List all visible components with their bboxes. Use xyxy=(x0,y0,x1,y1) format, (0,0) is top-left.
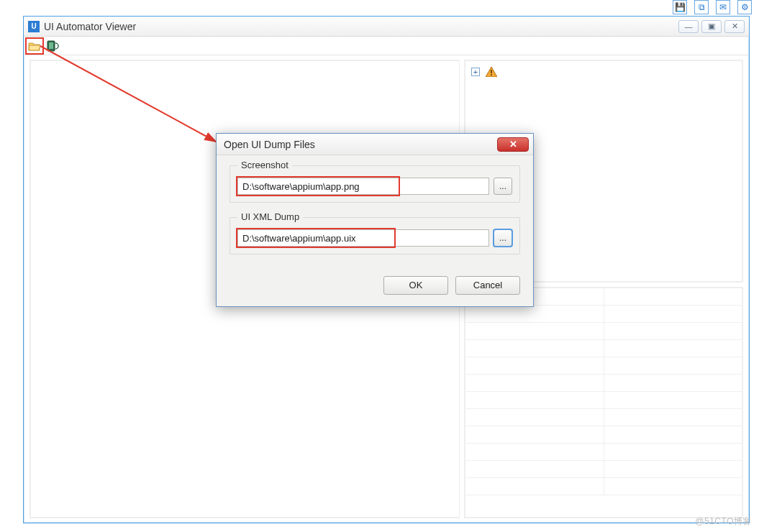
gear-icon[interactable]: ⚙ xyxy=(737,0,752,14)
uixml-path-input[interactable] xyxy=(237,229,489,247)
close-window-button[interactable]: ✕ xyxy=(724,20,745,33)
uixml-browse-button[interactable]: ... xyxy=(494,229,512,247)
mail-icon[interactable]: ✉ xyxy=(716,0,730,14)
table-row xyxy=(465,444,742,461)
svg-rect-3 xyxy=(491,74,492,75)
warning-icon xyxy=(486,67,497,77)
copy-icon[interactable]: ⧉ xyxy=(694,0,709,14)
screenshot-path-input[interactable] xyxy=(237,178,489,195)
table-row xyxy=(465,306,742,323)
screenshot-browse-button[interactable]: ... xyxy=(494,178,512,195)
cancel-button[interactable]: Cancel xyxy=(455,276,520,295)
dialog-title: Open UI Dump Files xyxy=(224,139,497,150)
dialog-body: Screenshot ... UI XML Dump ... xyxy=(217,155,533,272)
titlebar: U UI Automator Viewer — ▣ ✕ xyxy=(24,17,749,37)
table-row xyxy=(465,375,742,392)
properties-pane xyxy=(464,287,743,518)
dialog-titlebar: Open UI Dump Files ✕ xyxy=(217,134,533,155)
table-row xyxy=(465,323,742,340)
window-controls: — ▣ ✕ xyxy=(678,20,745,33)
table-row xyxy=(465,392,742,409)
svg-rect-1 xyxy=(49,42,53,49)
open-dump-dialog: Open UI Dump Files ✕ Screenshot ... UI X… xyxy=(216,133,534,307)
dialog-button-row: OK Cancel xyxy=(217,272,533,306)
app-icon: U xyxy=(28,21,40,32)
table-row xyxy=(465,478,742,495)
screenshot-group: Screenshot ... xyxy=(229,165,520,203)
table-row xyxy=(465,426,742,444)
window-title: UI Automator Viewer xyxy=(44,21,678,32)
uixml-group: UI XML Dump ... xyxy=(229,217,520,254)
minimize-button[interactable]: — xyxy=(678,20,699,33)
table-row xyxy=(465,340,742,357)
screenshot-field-row: ... xyxy=(237,178,512,195)
uixml-field-row: ... xyxy=(237,229,512,247)
table-row xyxy=(465,409,742,426)
dialog-close-button[interactable]: ✕ xyxy=(497,137,529,152)
save-icon[interactable]: 💾 xyxy=(673,0,687,14)
folder-open-icon xyxy=(28,41,41,51)
svg-rect-2 xyxy=(491,70,492,73)
toolbar xyxy=(24,37,749,55)
maximize-button[interactable]: ▣ xyxy=(701,20,722,33)
watermark-text: @51CTO博客 xyxy=(695,515,752,528)
screenshot-legend: Screenshot xyxy=(237,160,292,170)
ok-button[interactable]: OK xyxy=(383,276,448,295)
device-screenshot-button[interactable] xyxy=(45,39,61,53)
table-row xyxy=(465,357,742,375)
tree-expand-button[interactable]: + xyxy=(471,68,480,76)
tree-root-row: + xyxy=(471,67,736,77)
device-icon xyxy=(47,40,60,52)
page-top-icons: 💾 ⧉ ✉ ⚙ xyxy=(673,0,752,14)
open-file-button[interactable] xyxy=(27,39,42,53)
uixml-legend: UI XML Dump xyxy=(237,211,303,222)
table-row xyxy=(465,461,742,478)
